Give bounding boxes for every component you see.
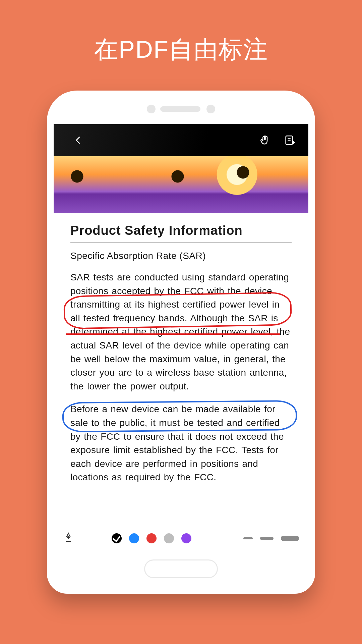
doc-paragraph-1: SAR tests are conducted using standard o… — [70, 271, 292, 393]
stroke-thick[interactable] — [281, 536, 299, 541]
pen-tool-button[interactable] — [63, 532, 74, 544]
doc-subtitle: Specific Absorption Rate (SAR) — [70, 251, 292, 261]
back-button[interactable] — [69, 131, 88, 150]
add-note-button[interactable] — [280, 131, 299, 150]
app-topbar — [54, 124, 308, 156]
hero-title: 在PDF自由标注 — [0, 0, 362, 66]
svg-point-5 — [68, 536, 69, 537]
color-blue[interactable] — [129, 533, 139, 543]
stroke-medium[interactable] — [260, 537, 274, 540]
doc-title: Product Safety Information — [70, 223, 292, 242]
toolbar-separator — [84, 532, 84, 544]
document-banner-image — [54, 156, 308, 213]
document-body[interactable]: Product Safety Information Specific Abso… — [54, 213, 308, 526]
color-gray[interactable] — [164, 533, 174, 543]
color-purple[interactable] — [181, 533, 191, 543]
phone-home-button — [144, 559, 218, 578]
phone-speaker — [147, 105, 215, 113]
doc-paragraph-2: Before a new device can be made availabl… — [70, 402, 292, 484]
phone-screen: Product Safety Information Specific Abso… — [54, 124, 308, 550]
annotation-toolbar — [54, 526, 308, 550]
phone-frame: Product Safety Information Specific Abso… — [47, 91, 315, 594]
color-red[interactable] — [146, 533, 157, 543]
stroke-thin[interactable] — [243, 537, 253, 539]
color-black-selected[interactable] — [112, 533, 122, 543]
hand-tool-button[interactable] — [255, 131, 274, 150]
title-divider — [70, 242, 292, 243]
